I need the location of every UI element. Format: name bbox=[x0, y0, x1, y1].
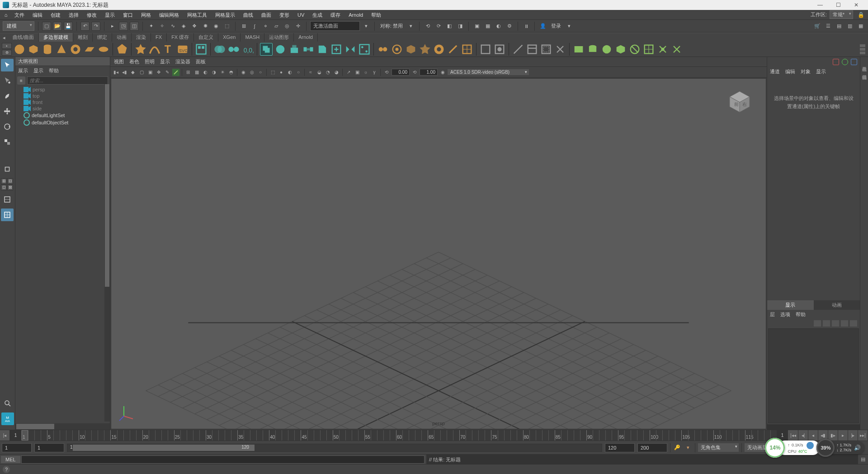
bool-diff-icon[interactable] bbox=[274, 43, 287, 56]
history-toggle-3-icon[interactable]: ◧ bbox=[445, 22, 454, 31]
playback-toggle-icon[interactable]: ⏸ bbox=[522, 22, 531, 31]
overlay-ring-2[interactable]: 39% bbox=[816, 439, 835, 457]
sel-mask-dynamic-icon[interactable]: ✺ bbox=[201, 22, 210, 31]
uv-contour-icon[interactable] bbox=[628, 43, 641, 56]
vp-smooth-2-icon[interactable]: ◐ bbox=[286, 69, 293, 76]
poly-type-icon[interactable]: T bbox=[162, 43, 175, 56]
vp-colorspace-dropdown[interactable]: ACES 1.0 SDR-video (sRGB) bbox=[448, 69, 529, 75]
snap-live-icon[interactable]: ◎ bbox=[283, 22, 292, 31]
layer-icon-1[interactable] bbox=[814, 320, 821, 327]
undo-icon[interactable]: ↶ bbox=[80, 22, 90, 31]
menu-curves[interactable]: 曲线 bbox=[240, 10, 257, 20]
ch-menu-objects[interactable]: 对象 bbox=[801, 68, 811, 75]
bool-union-icon[interactable] bbox=[260, 43, 273, 56]
shelf-toggle-icons[interactable]: ▪⚙ bbox=[2, 43, 12, 56]
paint-select-tool[interactable] bbox=[1, 90, 14, 102]
vp-hypershade-icon[interactable]: ↗ bbox=[345, 69, 352, 76]
search-tool[interactable] bbox=[1, 397, 14, 410]
layer-icon-4[interactable] bbox=[841, 320, 848, 327]
snap-plane-icon[interactable]: ▱ bbox=[272, 22, 281, 31]
offset-edge-icon[interactable] bbox=[540, 43, 552, 56]
new-scene-icon[interactable]: ▢ bbox=[42, 22, 51, 31]
poly-plane-icon[interactable] bbox=[83, 43, 96, 56]
multi-cut-icon[interactable] bbox=[461, 43, 473, 56]
vp-exposure-icon[interactable]: ☼ bbox=[362, 69, 369, 76]
layer-list[interactable] bbox=[768, 328, 859, 423]
vp-isolate-icon[interactable]: ◉ bbox=[240, 69, 247, 76]
login-label[interactable]: 登录 bbox=[549, 23, 563, 29]
insert-edge-icon[interactable] bbox=[526, 43, 538, 56]
vp-far-field[interactable]: 1.00 bbox=[420, 69, 438, 76]
rp-icon-b[interactable] bbox=[842, 59, 848, 65]
tree-item-persp[interactable]: persp bbox=[15, 86, 110, 93]
close-button[interactable]: ✕ bbox=[847, 2, 865, 8]
vp-shadows-icon[interactable]: ◓ bbox=[227, 69, 235, 76]
login-dropdown-icon[interactable]: ▾ bbox=[565, 22, 574, 31]
save-scene-icon[interactable]: 💾 bbox=[64, 22, 73, 31]
panel-layout-a[interactable] bbox=[1, 193, 14, 206]
vp-image-plane-icon[interactable]: ▢ bbox=[138, 69, 145, 76]
poly-torus-icon[interactable] bbox=[69, 43, 82, 56]
sel-mask-deform-icon[interactable]: ❖ bbox=[190, 22, 199, 31]
history-toggle-4-icon[interactable]: ◨ bbox=[456, 22, 465, 31]
history-toggle-1-icon[interactable]: ⟲ bbox=[423, 22, 432, 31]
layout-grid-buttons[interactable]: ⊞⊟⊡⊠ bbox=[1, 178, 14, 190]
open-scene-icon[interactable]: 📂 bbox=[53, 22, 62, 31]
layout-tool-icon[interactable]: ▥ bbox=[845, 22, 854, 31]
connect-icon[interactable] bbox=[358, 43, 371, 56]
snap-curve-icon[interactable]: ∫ bbox=[250, 22, 259, 31]
menu-modify[interactable]: 修改 bbox=[83, 10, 100, 20]
vp-aa-icon[interactable]: ◔ bbox=[324, 69, 331, 76]
menu-display[interactable]: 显示 bbox=[101, 10, 118, 20]
overlay-speaker-icon[interactable]: 🔊 bbox=[854, 445, 861, 451]
layer-icon-5[interactable] bbox=[850, 320, 857, 327]
quad-draw-icon[interactable] bbox=[447, 43, 459, 56]
sel-mask-handle-icon[interactable]: ✦ bbox=[146, 22, 156, 31]
time-slider[interactable]: |◂ 1 15101520253035404550556065707580859… bbox=[0, 430, 868, 441]
sel-mask-render-icon[interactable]: ◉ bbox=[212, 22, 221, 31]
panel-layout-b[interactable] bbox=[1, 209, 14, 221]
uv-cut-icon[interactable] bbox=[670, 43, 683, 56]
content-browser-icon[interactable] bbox=[195, 43, 208, 56]
menu-arnold[interactable]: Arnold bbox=[345, 10, 367, 20]
vtab-attr[interactable]: 属性编辑器 bbox=[861, 70, 868, 73]
sel-mode-component-icon[interactable]: ◫ bbox=[130, 22, 139, 31]
vp-film-gate-icon[interactable]: ▣ bbox=[146, 69, 154, 76]
shelf-tab-rigging[interactable]: 绑定 bbox=[93, 33, 112, 42]
layer-menu-help[interactable]: 帮助 bbox=[796, 311, 806, 318]
detach-icon[interactable] bbox=[419, 43, 431, 56]
workspace-dropdown[interactable]: 常规* bbox=[830, 10, 853, 19]
layout-attribute-icon[interactable]: ▤ bbox=[835, 22, 844, 31]
menu-mesh-tools[interactable]: 网格工具 bbox=[184, 10, 211, 20]
minimize-button[interactable]: — bbox=[811, 2, 829, 8]
vp-smooth-1-icon[interactable]: ● bbox=[278, 69, 285, 76]
vp-cam-select-icon[interactable]: ▮◂ bbox=[112, 69, 119, 76]
layer-hscroll[interactable] bbox=[767, 424, 860, 430]
vp-cam-lock-icon[interactable]: ◂▮ bbox=[121, 69, 128, 76]
outliner-filter-icon[interactable]: ≡ bbox=[17, 76, 25, 85]
menu-cache[interactable]: 缓存 bbox=[327, 10, 344, 20]
key-menu-icon[interactable]: ▾ bbox=[684, 444, 692, 452]
menu-deform[interactable]: 变形 bbox=[276, 10, 293, 20]
command-input[interactable] bbox=[21, 455, 425, 464]
vp-gamma-reset-icon[interactable]: ⟲ bbox=[383, 69, 390, 76]
range-end-field[interactable]: 200 bbox=[637, 443, 667, 452]
extrude-icon[interactable] bbox=[288, 43, 301, 56]
viewport-3d[interactable]: 前 右 persp bbox=[111, 78, 766, 429]
poly-sweep-icon[interactable] bbox=[134, 43, 147, 56]
vp-menu-renderer[interactable]: 渲染器 bbox=[175, 58, 190, 65]
lasso-tool[interactable] bbox=[1, 74, 14, 87]
home-icon[interactable]: ⌂ bbox=[2, 12, 10, 18]
vp-colorspace-icon[interactable]: ◉ bbox=[439, 69, 446, 76]
shelf-tab-motion[interactable]: 运动图形 bbox=[264, 33, 294, 42]
tree-item-front[interactable]: front bbox=[15, 99, 110, 105]
surface-toggle-icon[interactable]: ▾ bbox=[362, 22, 371, 31]
menu-file[interactable]: 文件 bbox=[11, 10, 28, 20]
vp-menu-panels[interactable]: 面板 bbox=[196, 58, 206, 65]
poly-svg-icon[interactable]: SVG bbox=[176, 43, 189, 56]
account-icon[interactable]: 👤 bbox=[538, 22, 547, 31]
vp-menu-lighting[interactable]: 照明 bbox=[145, 58, 155, 65]
vp-render-icon[interactable]: ▣ bbox=[354, 69, 361, 76]
char-set-dropdown[interactable]: 无角色集 bbox=[698, 443, 739, 452]
shelf-tab-anim[interactable]: 动画 bbox=[112, 33, 132, 42]
